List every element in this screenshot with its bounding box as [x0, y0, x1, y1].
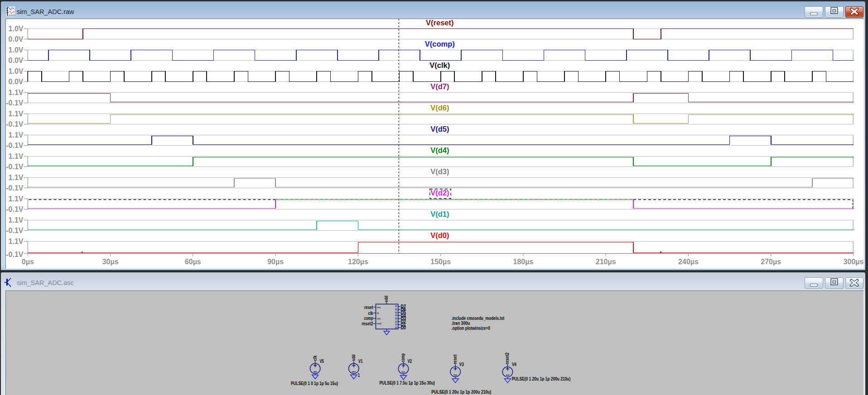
svg-text:comp: comp	[364, 315, 373, 321]
svg-text:V(d3): V(d3)	[430, 167, 449, 176]
svg-text:1.1V: 1.1V	[9, 110, 24, 118]
svg-text:clk: clk	[368, 310, 373, 316]
svg-text:V5: V5	[319, 358, 324, 364]
svg-text:.tran 300u: .tran 300u	[451, 320, 470, 326]
svg-text:reset2: reset2	[377, 323, 382, 325]
svg-text:1: 1	[358, 372, 360, 378]
svg-text:1.0V: 1.0V	[9, 25, 24, 33]
svg-text:reset2: reset2	[504, 352, 510, 364]
svg-text:comp: comp	[400, 353, 405, 362]
svg-text:-0.1V: -0.1V	[6, 120, 24, 128]
svg-text:-0.1V: -0.1V	[6, 205, 24, 213]
svg-text:PULSE(0 1 7.5u 1p 1p 15u 30u): PULSE(0 1 7.5u 1p 1p 15u 30u)	[380, 380, 435, 385]
svg-text:-0.1V: -0.1V	[6, 163, 24, 171]
svg-text:reset: reset	[452, 354, 458, 364]
svg-text:1.1V: 1.1V	[9, 238, 24, 245]
svg-text:1.0V: 1.0V	[9, 67, 24, 75]
svg-text:D2: D2	[395, 321, 397, 323]
svg-text:V(reset): V(reset)	[426, 19, 453, 27]
svg-text:210µs: 210µs	[596, 258, 616, 266]
svg-text:reset2: reset2	[362, 321, 373, 326]
svg-text:V(d0): V(d0)	[430, 231, 449, 239]
svg-text:reset: reset	[377, 306, 381, 309]
svg-text:PULSE(0 1 20u 1p 1p 200u 210u): PULSE(0 1 20u 1p 1p 200u 210u)	[512, 376, 571, 381]
svg-text:.option plotwinsize=0: .option plotwinsize=0	[451, 325, 490, 331]
svg-text:270µs: 270µs	[761, 258, 781, 266]
svg-text:V(d2): V(d2)	[430, 189, 449, 197]
svg-text:1.1V: 1.1V	[9, 152, 24, 160]
svg-text:-0.1V: -0.1V	[6, 184, 24, 192]
svg-text:300µs: 300µs	[844, 258, 864, 266]
svg-text:PULSE(0 1 20u 1p 1p 200u 210u): PULSE(0 1 20u 1p 1p 200u 210u)	[431, 389, 491, 395]
svg-text:1.1V: 1.1V	[9, 131, 24, 139]
svg-text:240µs: 240µs	[678, 258, 699, 266]
svg-text:D7: D7	[395, 305, 397, 308]
svg-text:reset: reset	[364, 305, 373, 310]
svg-text:V(clk): V(clk)	[429, 61, 450, 69]
svg-text:180µs: 180µs	[513, 258, 533, 266]
svg-text:V(d5): V(d5)	[430, 125, 449, 133]
svg-text:-0.1V: -0.1V	[6, 227, 24, 234]
svg-text:0.0V: 0.0V	[9, 78, 24, 86]
svg-text:-0.1V: -0.1V	[6, 142, 24, 149]
svg-text:D1: D1	[395, 324, 397, 326]
svg-text:V3: V3	[459, 362, 464, 367]
svg-text:1.1V: 1.1V	[9, 195, 24, 203]
svg-text:V1: V1	[358, 358, 363, 364]
svg-text:30µs: 30µs	[102, 258, 119, 266]
svg-text:D0: D0	[401, 324, 406, 331]
svg-text:vdd: vdd	[383, 296, 389, 302]
svg-text:V(comp): V(comp)	[425, 40, 455, 48]
svg-text:D6: D6	[395, 309, 397, 311]
svg-text:0.0V: 0.0V	[9, 35, 24, 43]
svg-text:1.1V: 1.1V	[9, 216, 24, 224]
svg-text:0µs: 0µs	[22, 258, 34, 266]
svg-text:vdd: vdd	[351, 355, 356, 361]
svg-text:1.1V: 1.1V	[9, 89, 24, 96]
svg-text:1.1V: 1.1V	[9, 174, 24, 181]
svg-text:60µs: 60µs	[185, 258, 201, 266]
svg-text:V(d6): V(d6)	[430, 104, 449, 112]
svg-text:V4: V4	[512, 362, 516, 367]
svg-text:V(d4): V(d4)	[430, 146, 449, 154]
svg-text:1.0V: 1.0V	[9, 46, 24, 54]
svg-text:90µs: 90µs	[267, 258, 284, 266]
svg-text:D3: D3	[395, 318, 397, 320]
svg-text:comp: comp	[377, 318, 381, 320]
svg-text:clk: clk	[377, 312, 379, 314]
svg-text:120µs: 120µs	[348, 258, 368, 266]
svg-text:D5: D5	[395, 312, 397, 314]
svg-text:PULSE(0 1 0 1p 1p 5u 15u): PULSE(0 1 0 1p 1p 5u 15u)	[291, 381, 338, 386]
svg-text:clk: clk	[312, 355, 318, 361]
svg-text:-0.1V: -0.1V	[6, 251, 24, 258]
svg-text:0.0V: 0.0V	[9, 57, 24, 64]
svg-text:D4: D4	[395, 314, 397, 317]
svg-text:150µs: 150µs	[430, 258, 451, 266]
svg-text:V2: V2	[408, 358, 412, 364]
svg-text:V(d1): V(d1)	[430, 210, 449, 218]
svg-text:D0: D0	[395, 327, 397, 329]
svg-text:-0.1V: -0.1V	[6, 99, 24, 107]
svg-text:V(d7): V(d7)	[430, 82, 449, 90]
